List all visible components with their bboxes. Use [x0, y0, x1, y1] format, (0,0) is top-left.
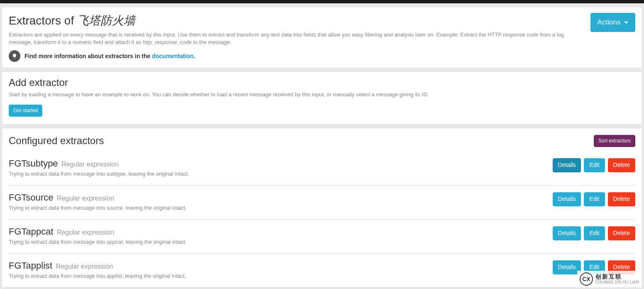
extractor-type: Regular expression [54, 263, 113, 270]
chevron-down-icon [624, 22, 628, 24]
extractor-name: FGTapplist [9, 260, 52, 271]
extractor-name: FGTappcat [9, 226, 54, 237]
extractor-description: Trying to extract data from message into… [9, 239, 187, 245]
extractor-type: Regular expression [55, 195, 114, 202]
actions-button[interactable]: Actions [590, 13, 635, 32]
configured-extractors-title: Configured extractors [9, 135, 104, 147]
add-extractor-title: Add extractor [9, 77, 635, 88]
extractor-type: Regular expression [60, 161, 119, 168]
extractor-description: Trying to extract data from message into… [9, 171, 189, 177]
documentation-link[interactable]: documentation [152, 53, 193, 59]
top-bar [0, 0, 644, 3]
delete-button[interactable]: Delete [608, 226, 635, 240]
extractor-description: Trying to extract data from message into… [9, 273, 186, 279]
extractor-description: Trying to extract data from message into… [9, 205, 187, 211]
watermark: CX 创新互联 CHUANG XIN HU LIAN [577, 271, 642, 287]
page-title: Extractors of 飞塔防火墙 [9, 13, 583, 29]
info-callout: Find more information about extractors i… [9, 50, 583, 62]
extractor-name: FGTsource [9, 192, 54, 203]
callout-text: Find more information about extractors i… [24, 53, 195, 59]
extractor-type: Regular expression [55, 229, 114, 236]
sort-extractors-button[interactable]: Sort extractors [594, 135, 635, 147]
title-prefix: Extractors of [9, 14, 77, 27]
get-started-button[interactable]: Get started [9, 105, 42, 117]
configured-extractors-panel: Configured extractors Sort extractors FG… [2, 128, 642, 288]
title-input-name: 飞塔防火墙 [77, 14, 135, 27]
delete-button[interactable]: Delete [608, 158, 635, 172]
add-extractor-panel: Add extractor Start by loading a message… [2, 71, 642, 124]
extractor-item: FGTsubtype Regular expressionTrying to e… [9, 154, 635, 185]
delete-button[interactable]: Delete [608, 192, 635, 206]
edit-button[interactable]: Edit [584, 226, 605, 240]
extractor-item: FGTapplist Regular expressionTrying to e… [9, 253, 635, 287]
header-panel: Extractors of 飞塔防火墙 Extractors are appli… [2, 7, 642, 68]
watermark-logo-icon: CX [580, 272, 593, 286]
details-button[interactable]: Details [553, 226, 581, 240]
extractor-name: FGTsubtype [9, 158, 58, 169]
extractor-item: FGTappcat Regular expressionTrying to ex… [9, 219, 635, 253]
details-button[interactable]: Details [553, 158, 581, 172]
details-button[interactable]: Details [553, 192, 581, 206]
lightbulb-icon [9, 50, 20, 62]
edit-button[interactable]: Edit [584, 192, 605, 206]
page-description: Extractors are applied on every message … [9, 31, 583, 46]
edit-button[interactable]: Edit [584, 158, 605, 172]
add-extractor-description: Start by loading a message to have an ex… [9, 91, 635, 98]
extractor-item: FGTsource Regular expressionTrying to ex… [9, 185, 635, 219]
